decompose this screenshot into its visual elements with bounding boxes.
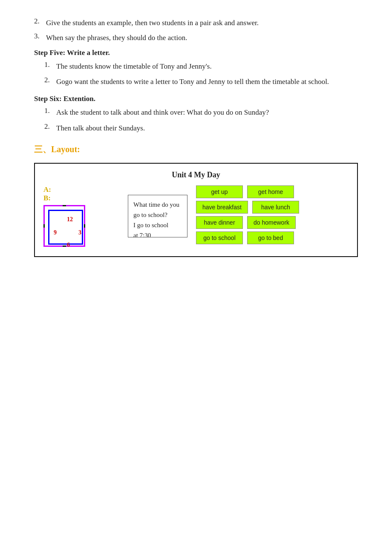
step-six-sub1: 1. Ask the student to talk about and thi… — [44, 107, 358, 119]
vocab-row-3: have dinner do homework — [196, 216, 299, 229]
step-five-sub1: 1. The students know the timetable of To… — [44, 61, 358, 72]
item-3-num: 3. — [34, 32, 46, 43]
tick-right — [84, 224, 85, 228]
vocab-row-4: go to school go to bed — [196, 231, 299, 244]
step-five-sub2: 2. Gogo want the students to write a let… — [44, 76, 358, 88]
vocab-chip-go-to-school: go to school — [196, 231, 243, 244]
clock-6: 6 — [67, 242, 70, 249]
vocab-chip-go-to-bed: go to bed — [247, 231, 294, 244]
clock-9: 9 — [54, 229, 57, 236]
tick-bottom — [63, 246, 66, 247]
tick-top — [63, 205, 66, 206]
vocab-row-2: have breakfast have lunch — [196, 201, 299, 214]
vocab-chip-get-up: get up — [196, 185, 243, 198]
layout-box: Unit 4 My Day A: B: 12 3 6 9 — [34, 163, 358, 257]
layout-title: Unit 4 My Day — [43, 171, 349, 179]
item-2: 2. Give the students an example, then tw… — [34, 17, 358, 29]
clock-outer: 12 3 6 9 — [43, 205, 85, 247]
section-three-heading: 三、Layout: — [34, 144, 358, 155]
label-b: B: — [43, 194, 51, 202]
step-six-heading: Step Six: Extention. — [34, 95, 358, 103]
vocab-chip-have-breakfast: have breakfast — [196, 201, 248, 214]
clock-inner: 12 3 6 9 — [48, 210, 83, 245]
vocab-row-1: get up get home — [196, 185, 299, 198]
vocab-chip-do-homework: do homework — [247, 216, 296, 229]
layout-left: A: B: 12 3 6 9 — [43, 185, 120, 248]
clock-3: 3 — [78, 229, 81, 236]
vocab-grid: get up get home have breakfast have lunc… — [196, 185, 299, 244]
layout-inner: A: B: 12 3 6 9 — [43, 185, 349, 248]
clock-12: 12 — [67, 216, 73, 223]
step-six-sub2: 2. Then talk about their Sundays. — [44, 122, 358, 134]
label-a: A: — [43, 185, 51, 194]
tick-left — [43, 224, 45, 228]
step-five-heading: Step Five: Write a letter. — [34, 49, 358, 57]
vocab-chip-get-home: get home — [247, 185, 294, 198]
item-2-text: Give the students an example, then two s… — [46, 17, 358, 29]
item-3-text: When say the phrases, they should do the… — [46, 32, 358, 43]
vocab-chip-have-dinner: have dinner — [196, 216, 243, 229]
item-2-num: 2. — [34, 17, 46, 29]
item-3: 3. When say the phrases, they should do … — [34, 32, 358, 43]
vocab-chip-have-lunch: have lunch — [252, 201, 299, 214]
dialog-box: What time do you go to school? I go to s… — [128, 195, 187, 237]
clock-container: 12 3 6 9 — [43, 205, 86, 248]
